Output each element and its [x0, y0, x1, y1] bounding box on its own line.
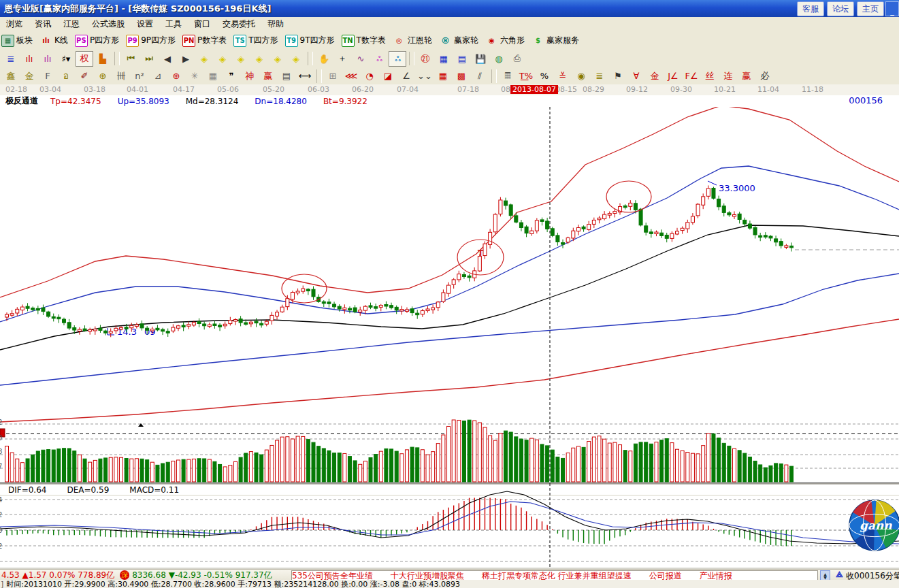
news-item[interactable]: 稀土打黑专项常态化 行业兼并重组望提速: [482, 570, 632, 581]
red-target-icon[interactable]: ⊕: [167, 68, 185, 84]
stats-list-icon[interactable]: 𝄜: [499, 68, 517, 84]
n-square-icon[interactable]: n²: [131, 68, 148, 84]
red-grid-2-icon[interactable]: ▩: [453, 68, 470, 84]
candle-style-icon[interactable]: ♯▾: [57, 51, 75, 67]
gold-angle-icon[interactable]: 丝: [701, 68, 719, 84]
gann-wheel-button[interactable]: ◎江恩轮: [393, 35, 432, 47]
red-fan-box-icon[interactable]: ◪: [379, 68, 397, 84]
winner-wheel-button[interactable]: Ⓑ赢家轮: [439, 35, 478, 47]
crosshair-tool-icon[interactable]: ＋: [333, 51, 351, 67]
menu-设置[interactable]: 设置: [131, 17, 159, 31]
first-page-icon[interactable]: ⏮: [122, 51, 140, 67]
brain-pink-icon[interactable]: ஃ: [370, 51, 388, 67]
percent-under-icon[interactable]: ≚: [554, 68, 572, 84]
hand-tool-icon[interactable]: ✋: [315, 51, 333, 67]
calendar-21-icon[interactable]: ㉑: [416, 51, 434, 67]
window-grid-icon[interactable]: ⊞: [324, 68, 342, 84]
diamond-shrink-icon[interactable]: ◈: [250, 51, 268, 67]
fibonacci-f-icon[interactable]: F: [39, 68, 56, 84]
t-square-button[interactable]: TST四方形: [233, 35, 278, 47]
menu-帮助[interactable]: 帮助: [261, 17, 290, 31]
color-chart-icon[interactable]: ▙: [94, 51, 112, 67]
gann-gold-tower-icon[interactable]: 鑫: [2, 68, 20, 84]
prev-icon[interactable]: ◀: [159, 51, 176, 67]
9t-square-button[interactable]: T99T四方形: [285, 35, 335, 47]
gold-red-icon[interactable]: 金: [646, 68, 664, 84]
gold-circle-icon[interactable]: ◉: [572, 68, 590, 84]
notebook-icon[interactable]: ▤: [453, 51, 471, 67]
quote-marks-icon[interactable]: ❞: [223, 68, 240, 84]
9p-square-button[interactable]: P99P四方形: [126, 35, 176, 47]
save-floppy-icon[interactable]: 💾: [472, 51, 489, 67]
box-grid-icon[interactable]: ▦: [204, 68, 222, 84]
zigzag-check-icon[interactable]: ⌄⌄: [416, 68, 434, 84]
news-ticker[interactable]: 535公司预告全年业绩十大行业预增股聚焦稀土打黑专项常态化 行业兼并重组望提速公…: [291, 570, 818, 581]
globe-tool-icon[interactable]: ◍: [490, 51, 508, 67]
p-table-button[interactable]: PNP数字表: [182, 35, 227, 47]
print-cart-icon[interactable]: ⎙: [508, 51, 526, 67]
red-rays-icon[interactable]: ⋘: [342, 68, 360, 84]
flag-tool-icon[interactable]: ⚑: [609, 68, 627, 84]
ticker-spinner[interactable]: ▲▼: [820, 570, 830, 581]
grid-comb-icon[interactable]: 卌: [112, 68, 130, 84]
shen-tool-icon[interactable]: 神: [241, 68, 259, 84]
next-icon[interactable]: ▶: [177, 51, 195, 67]
red-arc-box-icon[interactable]: ◔: [361, 68, 378, 84]
diamond-up-icon[interactable]: ◈: [269, 51, 287, 67]
gann-gold-grid-icon[interactable]: 金: [20, 68, 38, 84]
menu-工具[interactable]: 工具: [159, 17, 188, 31]
gold-stack-icon[interactable]: ≣: [591, 68, 608, 84]
customer-service-button[interactable]: 客服: [797, 1, 824, 16]
ying-tool-icon[interactable]: 赢: [259, 68, 277, 84]
p-square-button[interactable]: PSP四方形: [75, 35, 119, 47]
restore-right-icon[interactable]: 权: [76, 51, 93, 67]
menu-江恩[interactable]: 江恩: [57, 17, 86, 31]
parallel-lines-icon[interactable]: ⫽: [471, 68, 489, 84]
wave-angle-icon[interactable]: 必: [756, 68, 774, 84]
hexagon-button[interactable]: ◉六角形: [485, 35, 525, 47]
width-arrows-icon[interactable]: ⟷: [296, 68, 314, 84]
homepage-button[interactable]: 主页: [857, 1, 884, 16]
menu-浏览[interactable]: 浏览: [0, 17, 29, 31]
ying-angle-icon[interactable]: 赢: [738, 68, 755, 84]
f-angle-icon[interactable]: F∠: [683, 68, 700, 84]
trend-angle-icon[interactable]: ∠: [397, 68, 415, 84]
diamond-right-icon[interactable]: ◈: [214, 51, 231, 67]
winner-service-button[interactable]: $赢家服务: [532, 35, 579, 47]
t-table-button[interactable]: TNT数字表: [342, 35, 386, 47]
t-percent-icon[interactable]: T͟%: [517, 68, 535, 84]
spiral-tool-icon[interactable]: อ: [57, 68, 75, 84]
percent-icon[interactable]: %: [536, 68, 553, 84]
kline-button[interactable]: ılıK线: [39, 35, 68, 47]
menu-资讯[interactable]: 资讯: [29, 17, 57, 31]
walk-tool-icon[interactable]: 连: [719, 68, 737, 84]
j-angle-icon[interactable]: J∠: [664, 68, 682, 84]
av-grid-icon[interactable]: ∀: [627, 68, 645, 84]
ruler-123-icon[interactable]: ▤: [278, 68, 295, 84]
forum-button[interactable]: 论坛: [827, 1, 854, 16]
star-grid-icon[interactable]: ✳: [186, 68, 203, 84]
compass-pen-icon[interactable]: ✐: [76, 68, 93, 84]
news-item[interactable]: 产业情报: [700, 570, 732, 581]
circle-cross-icon[interactable]: ⊕: [94, 68, 112, 84]
diamond-down-icon[interactable]: ◈: [287, 51, 305, 67]
trend-pen-icon[interactable]: ∿: [352, 51, 370, 67]
sector-button[interactable]: ▦板块: [1, 35, 33, 47]
bar-chart-9-icon[interactable]: ılı: [39, 51, 56, 67]
quote-list-icon[interactable]: ≣: [2, 51, 20, 67]
red-grid-1-icon[interactable]: ▦: [434, 68, 452, 84]
news-item[interactable]: 公司报道: [649, 570, 682, 581]
calculator-icon[interactable]: ▦: [435, 51, 453, 67]
brain-blue-icon[interactable]: ஃ: [389, 51, 406, 67]
news-item[interactable]: 535公司预告全年业绩: [292, 570, 373, 581]
menu-窗口[interactable]: 窗口: [188, 17, 216, 31]
last-page-icon[interactable]: ⏭: [140, 51, 158, 67]
bar-chart-3-icon[interactable]: ılı: [20, 51, 38, 67]
angle-sail-icon[interactable]: ⊿: [149, 68, 167, 84]
menu-交易委托[interactable]: 交易委托: [216, 17, 261, 31]
minimize-button[interactable]: _: [885, 1, 899, 16]
diamond-expand-icon[interactable]: ◈: [232, 51, 250, 67]
news-item[interactable]: 十大行业预增股聚焦: [391, 570, 464, 581]
kline-chart[interactable]: 33.300014.309T20874202gann: [0, 107, 899, 569]
diamond-left-icon[interactable]: ◈: [195, 51, 213, 67]
